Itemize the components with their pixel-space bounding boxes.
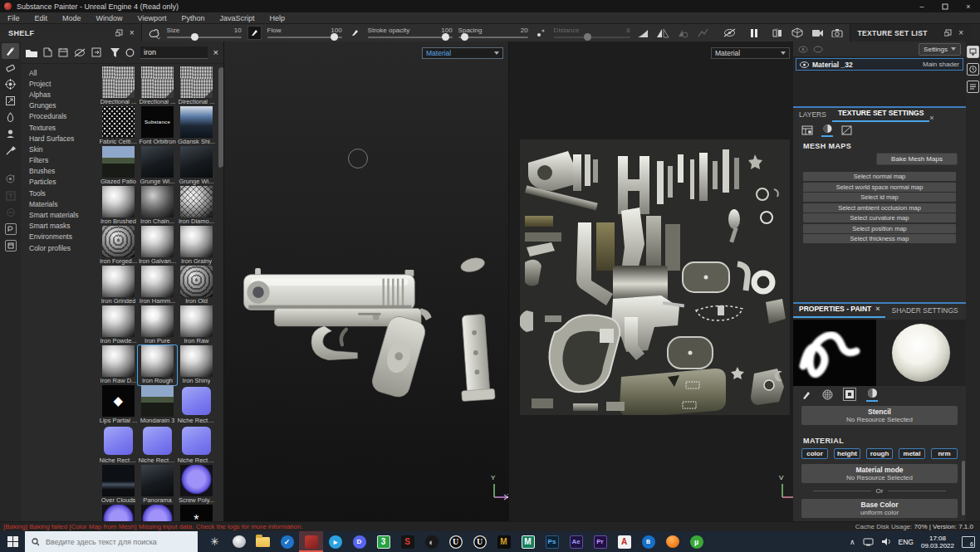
taskbar-app[interactable]: ◐ xyxy=(419,531,443,552)
camera-video-icon[interactable] xyxy=(811,26,825,40)
channel-toggle[interactable]: color xyxy=(801,448,828,459)
hide-assets-icon[interactable] xyxy=(74,48,86,57)
linked-visibility-icon[interactable] xyxy=(798,46,808,53)
shelf-asset[interactable]: Niche Recta... xyxy=(177,385,216,425)
alpha-params-icon[interactable] xyxy=(822,389,833,400)
shelf-category[interactable]: Particles xyxy=(21,177,97,188)
shelf-category[interactable]: Hard Surfaces xyxy=(21,133,97,144)
shelf-asset[interactable]: Iron Pure xyxy=(138,305,177,345)
brush-profile-icon[interactable] xyxy=(348,26,362,40)
select-map-button[interactable]: Select normal map xyxy=(803,172,956,181)
shelf-category[interactable]: All xyxy=(21,67,97,78)
refresh-shelf-icon[interactable] xyxy=(125,48,135,57)
taskbar-app[interactable]: M xyxy=(516,531,540,552)
stroke-opacity-control[interactable]: Stroke opacity100 xyxy=(368,27,453,38)
shelf-asset[interactable]: Screw Poly... xyxy=(177,465,216,505)
clear-search-icon[interactable]: × xyxy=(213,47,218,57)
shelf-asset[interactable] xyxy=(138,505,177,522)
shelf-asset[interactable]: Mondarain 3 xyxy=(138,385,177,425)
polygon-fill-tool[interactable] xyxy=(2,93,19,109)
shelf-category[interactable]: Brushes xyxy=(21,166,97,177)
baking-error-message[interactable]: [Baking] Baking failed [Color Map from M… xyxy=(0,523,303,530)
shelf-asset[interactable]: Iron Rough xyxy=(138,345,177,385)
tab-properties-paint[interactable]: PROPERTIES - PAINT× xyxy=(793,302,885,318)
shelf-category[interactable]: Filters xyxy=(21,155,97,166)
shelf-asset[interactable]: Iron Grainy xyxy=(177,226,216,266)
texture-set-item[interactable]: Material _32 Main shader xyxy=(796,58,963,71)
shader-mode-dropdown-2d[interactable]: Material xyxy=(711,47,790,59)
import-resources-icon[interactable] xyxy=(91,47,101,57)
photoshop-plugin-icon[interactable] xyxy=(2,221,19,237)
shelf-category[interactable]: Grunges xyxy=(21,100,97,111)
shelf-asset[interactable]: Iron Hamm... xyxy=(138,266,177,305)
shelf-asset[interactable] xyxy=(99,505,138,522)
taskbar-search-input[interactable] xyxy=(44,537,191,547)
brush-tip-icon[interactable] xyxy=(247,26,262,40)
shelf-asset[interactable]: Substance Font Orbitron xyxy=(138,106,177,146)
flow-slider[interactable] xyxy=(267,37,342,38)
menu-item[interactable]: Window xyxy=(89,14,130,22)
close-tab-icon[interactable]: × xyxy=(929,114,933,122)
clone-tool[interactable] xyxy=(2,126,19,142)
channel-toggle[interactable]: rough xyxy=(866,448,893,459)
taskbar-app[interactable]: Pr xyxy=(588,531,612,552)
shelf-asset[interactable]: Panorama xyxy=(138,465,177,505)
spacing-slider[interactable] xyxy=(458,37,528,38)
spacing-control[interactable]: Spacing20 xyxy=(458,27,528,38)
folder-icon[interactable] xyxy=(26,48,37,57)
solo-visibility-icon[interactable] xyxy=(813,46,823,53)
shelf-asset[interactable]: Iron Galvan... xyxy=(138,226,177,266)
select-map-button[interactable]: Select curvature map xyxy=(803,213,956,222)
paint-tool[interactable] xyxy=(2,43,19,59)
mesh-maps-tab-icon[interactable] xyxy=(841,125,852,135)
shelf-asset[interactable]: Niche Recta... xyxy=(99,425,138,465)
taskbar-app[interactable]: A xyxy=(612,531,636,552)
taskbar-app[interactable]: S xyxy=(395,531,419,552)
shelf-asset[interactable]: Iron Diamo... xyxy=(177,186,216,226)
tray-chevron-icon[interactable]: ∧ xyxy=(850,538,855,546)
shelf-asset[interactable]: Grunge Wi... xyxy=(138,146,177,186)
shelf-category[interactable]: Environments xyxy=(21,232,97,242)
channel-toggle[interactable]: metal xyxy=(899,448,925,459)
resolution-icon[interactable] xyxy=(801,125,813,135)
viewport-3d[interactable]: Material xyxy=(224,42,508,521)
shelf-category[interactable]: Tools xyxy=(21,188,97,198)
flow-control[interactable]: Flow100 xyxy=(267,27,342,38)
menu-item[interactable]: File xyxy=(0,14,27,22)
taskbar-app[interactable]: U xyxy=(443,531,468,552)
shelf-asset[interactable]: Gdansk Shi... xyxy=(177,106,216,146)
close-button[interactable]: × xyxy=(957,0,980,12)
tab-layers[interactable]: LAYERS xyxy=(793,108,832,122)
stroke-opacity-slider[interactable] xyxy=(368,37,453,38)
close-panel-icon[interactable]: × xyxy=(958,28,963,37)
minimize-button[interactable]: – xyxy=(910,0,933,12)
shelf-asset[interactable]: ◆ Lips Partial ... xyxy=(99,385,138,425)
shelf-category[interactable]: Alphas xyxy=(21,89,97,100)
shelf-asset[interactable]: Iron Powde... xyxy=(99,305,138,345)
taskbar-app[interactable]: ▸ xyxy=(323,531,347,552)
particles-tool[interactable] xyxy=(2,171,19,187)
brush-preset-icon[interactable] xyxy=(147,26,161,40)
language-indicator[interactable]: ENG xyxy=(899,538,914,546)
maximize-button[interactable] xyxy=(933,0,957,12)
new-resource-icon[interactable] xyxy=(43,47,52,57)
taskbar-app[interactable]: Ps xyxy=(540,531,564,552)
shelf-search-input[interactable] xyxy=(140,48,208,56)
symmetry-mirror-icon[interactable] xyxy=(656,26,670,40)
viewport-2d[interactable]: Material xyxy=(508,42,793,521)
material-params-icon[interactable] xyxy=(866,388,878,402)
bake-mesh-maps-button[interactable]: Bake Mesh Maps xyxy=(876,153,958,165)
notification-center-icon[interactable]: 6 xyxy=(962,536,975,548)
shelf-asset[interactable]: Directional ... xyxy=(99,66,138,106)
texture-set-settings-button[interactable]: Settings xyxy=(919,43,961,56)
shelf-asset[interactable]: Directional ... xyxy=(177,66,216,106)
taskbar-app[interactable]: U xyxy=(468,531,492,552)
base-color-slot[interactable]: Base Color uniform color xyxy=(801,499,958,518)
eraser-tool[interactable] xyxy=(2,60,19,76)
tab-texture-set-settings[interactable]: TEXTURE SET SETTINGS xyxy=(832,106,929,122)
shelf-asset[interactable]: Iron Grinded xyxy=(99,266,138,305)
stencil-params-icon[interactable] xyxy=(843,388,856,401)
taskbar-app[interactable]: B xyxy=(636,531,660,552)
taskbar-app[interactable] xyxy=(251,531,275,552)
brush-params-icon[interactable] xyxy=(801,389,812,400)
